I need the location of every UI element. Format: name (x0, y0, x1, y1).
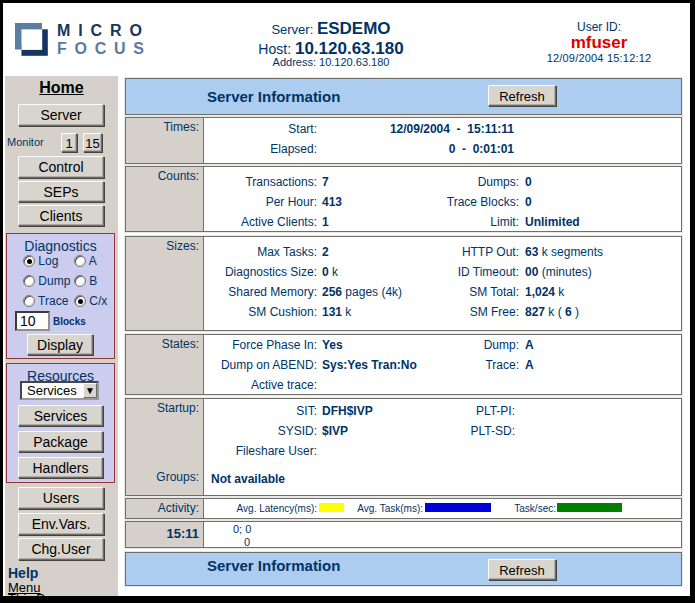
svg-text:MICRO: MICRO (57, 22, 142, 39)
svg-text:FOCUS: FOCUS (57, 40, 144, 57)
